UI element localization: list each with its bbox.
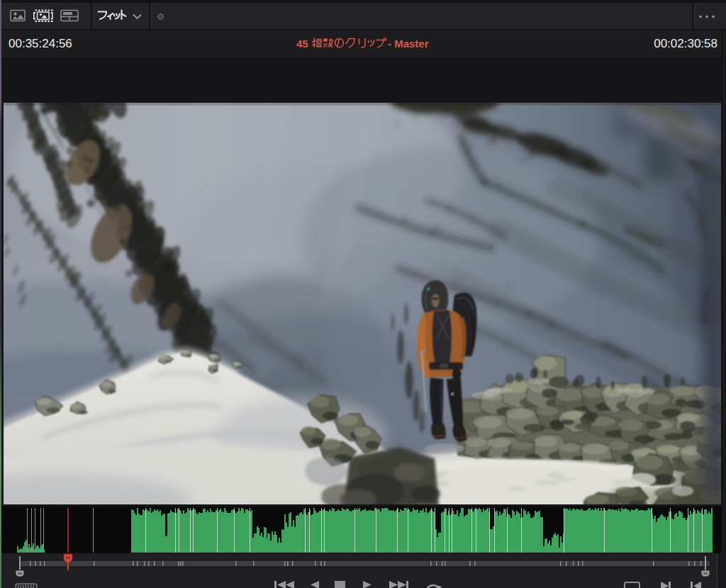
svg-text:45: 45 [296,38,308,50]
svg-text:- Master: - Master [388,38,429,50]
